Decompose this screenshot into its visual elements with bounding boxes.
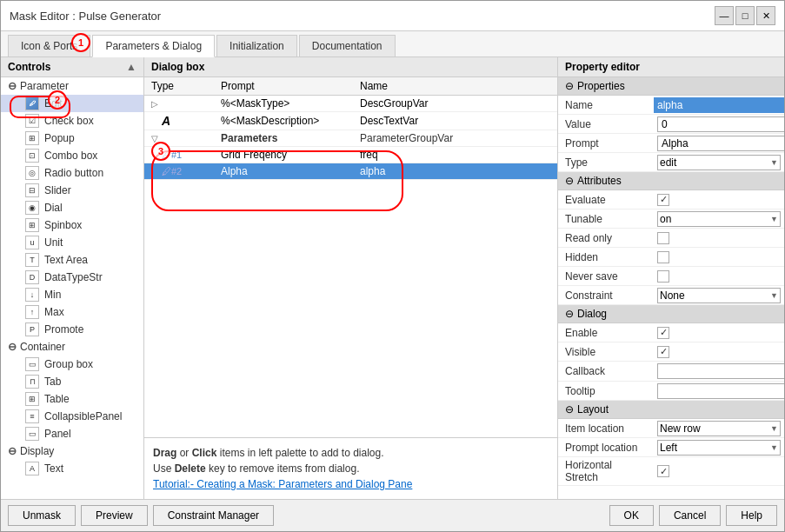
- readonly-checkbox[interactable]: [657, 232, 669, 244]
- control-unit[interactable]: u Unit: [1, 234, 143, 251]
- evaluate-checkbox[interactable]: [657, 194, 669, 206]
- control-min[interactable]: ↓ Min: [1, 286, 143, 303]
- main-content: Controls ▲ ⊖ Parameter 🖊 Edit ☑ Check bo…: [1, 57, 784, 499]
- prop-row-horizontal-stretch: Horizontal Stretch: [558, 457, 784, 486]
- collapse-arrow[interactable]: ▲: [126, 61, 136, 73]
- prop-row-neversave: Never save: [558, 267, 784, 286]
- tab-icon-ports[interactable]: Icon & Ports: [8, 35, 90, 57]
- prop-type-select[interactable]: edit ▼: [657, 155, 781, 170]
- control-panel[interactable]: ▭ Panel: [1, 425, 143, 442]
- popup-icon: ⊞: [25, 131, 39, 145]
- control-groupbox[interactable]: ▭ Group box: [1, 356, 143, 373]
- prop-row-prompt-location: Prompt location Left ▼: [558, 438, 784, 457]
- prop-prompt-input[interactable]: [657, 136, 784, 151]
- unit-icon: u: [25, 236, 39, 249]
- checkbox-icon: ☑: [25, 114, 39, 128]
- mask-editor-window: Mask Editor : Pulse Generator — □ ✕ Icon…: [0, 0, 785, 532]
- dialog-box-header: Dialog box: [144, 57, 557, 77]
- horizontal-stretch-checkbox[interactable]: [657, 465, 669, 477]
- prop-row-readonly: Read only: [558, 229, 784, 248]
- table-row[interactable]: 🖊#1 Grid Freqency freq: [144, 147, 557, 163]
- callback-input[interactable]: [657, 363, 784, 379]
- control-max[interactable]: ↑ Max: [1, 303, 143, 321]
- dial-icon: ◉: [25, 201, 39, 215]
- container-section-header[interactable]: ⊖ Container: [1, 338, 143, 356]
- prop-row-type: Type edit ▼: [558, 153, 784, 172]
- title-bar: Mask Editor : Pulse Generator — □ ✕: [1, 1, 784, 31]
- control-collapsible[interactable]: ≡ CollapsiblePanel: [1, 408, 143, 425]
- table-row[interactable]: A %<MaskDescription> DescTextVar: [144, 112, 557, 130]
- prop-row-constraint: Constraint None ▼: [558, 286, 784, 305]
- promote-icon: P: [25, 323, 39, 336]
- prop-row-value[interactable]: Value: [558, 115, 784, 134]
- parameter-section-header[interactable]: ⊖ Parameter: [1, 77, 143, 95]
- control-tab[interactable]: ⊓ Tab: [1, 373, 143, 390]
- maximize-button[interactable]: □: [735, 6, 755, 25]
- textarea-icon: T: [25, 253, 39, 267]
- tunable-select[interactable]: on ▼: [657, 211, 781, 227]
- drag-label: Drag: [153, 447, 176, 459]
- control-checkbox[interactable]: ☑ Check box: [1, 112, 143, 130]
- prop-row-prompt[interactable]: Prompt: [558, 134, 784, 153]
- close-button[interactable]: ✕: [756, 6, 775, 25]
- item-location-select[interactable]: New row ▼: [657, 421, 781, 436]
- ok-button[interactable]: OK: [609, 505, 654, 526]
- visible-checkbox[interactable]: [657, 346, 669, 358]
- controls-header: Controls ▲: [1, 57, 143, 77]
- tab-icon: ⊓: [25, 375, 39, 389]
- tab-documentation[interactable]: Documentation: [299, 35, 396, 57]
- control-slider[interactable]: ⊟ Slider: [1, 182, 143, 199]
- control-textarea[interactable]: T Text Area: [1, 251, 143, 269]
- constraint-manager-button[interactable]: Constraint Manager: [153, 505, 274, 526]
- tutorial-link[interactable]: Tutorial:- Creating a Mask: Parameters a…: [153, 478, 412, 490]
- prop-row-tunable: Tunable on ▼: [558, 209, 784, 229]
- constraint-select[interactable]: None ▼: [657, 288, 781, 303]
- datatype-icon: D: [25, 270, 39, 284]
- max-icon: ↑: [25, 305, 39, 319]
- cancel-button[interactable]: Cancel: [659, 505, 721, 526]
- prop-row-visible: Visible: [558, 342, 784, 362]
- prompt-location-select[interactable]: Left ▼: [657, 440, 781, 456]
- preview-button[interactable]: Preview: [81, 505, 148, 526]
- control-dial[interactable]: ◉ Dial: [1, 199, 143, 216]
- tabs-bar: Icon & Ports Parameters & Dialog Initial…: [1, 31, 784, 57]
- table-row[interactable]: ▽ Parameters ParameterGroupVar: [144, 130, 557, 147]
- tab-initialization[interactable]: Initialization: [216, 35, 297, 57]
- layout-section-header: ⊖ Layout: [558, 401, 784, 419]
- attributes-section-header: ⊖ Attributes: [558, 172, 784, 190]
- prop-row-enable: Enable: [558, 323, 784, 342]
- prop-row-callback: Callback ✏: [558, 362, 784, 382]
- controls-panel: Controls ▲ ⊖ Parameter 🖊 Edit ☑ Check bo…: [1, 57, 144, 499]
- tooltip-input[interactable]: [657, 383, 784, 399]
- prop-value-input[interactable]: [657, 116, 784, 132]
- help-button[interactable]: Help: [726, 505, 777, 526]
- control-popup[interactable]: ⊞ Popup: [1, 130, 143, 147]
- control-table[interactable]: ⊞ Table: [1, 390, 143, 408]
- prop-row-item-location: Item location New row ▼: [558, 419, 784, 438]
- prop-row-name: Name alpha: [558, 96, 784, 115]
- edit-icon: 🖊: [25, 96, 39, 110]
- enable-checkbox[interactable]: [657, 327, 669, 339]
- control-combobox[interactable]: ⊡ Combo box: [1, 147, 143, 164]
- neversave-checkbox[interactable]: [657, 270, 669, 283]
- hidden-checkbox[interactable]: [657, 251, 669, 263]
- control-promote[interactable]: P Promote: [1, 321, 143, 338]
- table-row[interactable]: ▷ %<MaskType> DescGroupVar: [144, 96, 557, 112]
- tab-parameters-dialog[interactable]: Parameters & Dialog: [92, 35, 215, 57]
- dialog-instructions: Drag or Click items in left palette to a…: [144, 437, 557, 499]
- min-icon: ↓: [25, 288, 39, 302]
- minimize-button[interactable]: —: [715, 6, 734, 25]
- col-type: Type: [144, 77, 214, 96]
- control-text[interactable]: A Text: [1, 460, 143, 477]
- control-radiobutton[interactable]: ◎ Radio button: [1, 164, 143, 182]
- display-section-header[interactable]: ⊖ Display: [1, 442, 143, 460]
- unmask-button[interactable]: Unmask: [8, 505, 76, 526]
- dialog-table[interactable]: Type Prompt Name ▷ %<MaskType> DescGroup…: [144, 77, 557, 437]
- prop-row-tooltip: Tooltip: [558, 382, 784, 401]
- control-edit[interactable]: 🖊 Edit: [1, 95, 143, 112]
- table-row-selected[interactable]: 🖊#2 Alpha alpha: [144, 163, 557, 180]
- dialog-panel: Dialog box Type Prompt Name: [144, 57, 558, 499]
- control-spinbox[interactable]: ⊞ Spinbox: [1, 216, 143, 234]
- spinbox-icon: ⊞: [25, 218, 39, 232]
- control-datatypestr[interactable]: D DataTypeStr: [1, 269, 143, 286]
